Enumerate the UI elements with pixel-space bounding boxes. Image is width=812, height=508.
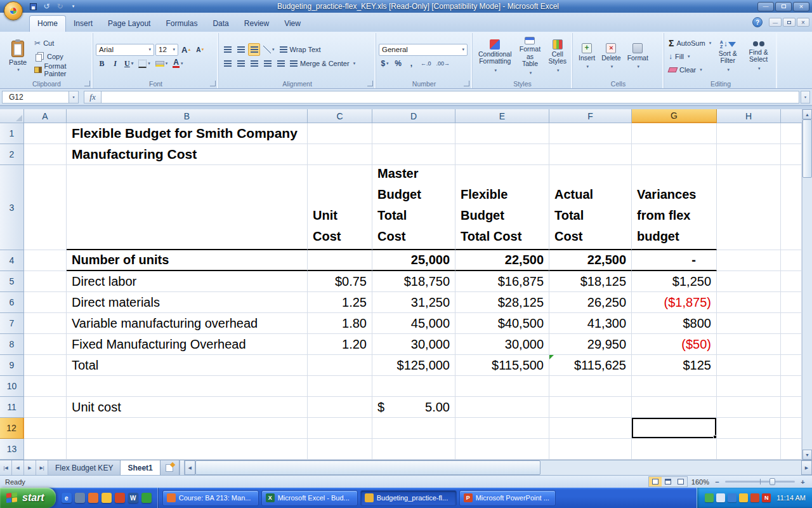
cell-B8[interactable]: Fixed Manufacturing Overhead	[67, 334, 308, 355]
font-dialog-launcher[interactable]	[210, 81, 216, 86]
select-all-button[interactable]	[0, 109, 24, 123]
copy-button[interactable]: Copy	[32, 51, 90, 63]
cell-G3[interactable]: Variancesfrom flexbudget	[632, 165, 717, 250]
row-header-9[interactable]: 9	[0, 355, 24, 376]
cell-H3[interactable]	[717, 165, 781, 250]
ribbon-tab-page-layout[interactable]: Page Layout	[100, 16, 158, 32]
cell-F11[interactable]	[549, 397, 632, 418]
cell-F2[interactable]	[549, 144, 632, 165]
cell-H5[interactable]	[717, 271, 781, 292]
cell-D3[interactable]: MasterBudgetTotalCost	[372, 165, 455, 250]
network-icon[interactable]	[728, 493, 737, 502]
row-header-11[interactable]: 11	[0, 397, 24, 418]
cell-H12[interactable]	[717, 418, 781, 439]
sheet-tab-flex-budget-key[interactable]: Flex Budget KEY	[48, 460, 121, 475]
cell-H7[interactable]	[717, 313, 781, 334]
cell-C6[interactable]: 1.25	[308, 292, 372, 313]
office-button[interactable]	[4, 1, 23, 20]
cell-C10[interactable]	[308, 376, 372, 397]
find-select-button[interactable]: Find & Select ▾	[742, 37, 775, 76]
name-box[interactable]: G12	[2, 91, 69, 104]
cell-E12[interactable]	[455, 418, 549, 439]
page-break-view-button[interactable]	[674, 477, 687, 486]
undo-button[interactable]: ↺	[41, 1, 52, 11]
cell-B12[interactable]	[67, 418, 308, 439]
help-button[interactable]: ?	[752, 17, 763, 27]
close-button[interactable]: ×	[793, 2, 809, 11]
cell-B13[interactable]	[67, 439, 308, 460]
orientation-button[interactable]: ▾	[261, 43, 277, 56]
align-right-button[interactable]	[248, 57, 260, 70]
next-sheet-button[interactable]: ▶	[24, 460, 36, 475]
borders-button[interactable]: ▾	[136, 57, 152, 70]
previous-sheet-button[interactable]: ◀	[12, 460, 24, 475]
alignment-dialog-launcher[interactable]	[367, 81, 373, 86]
cell-A4[interactable]	[24, 250, 67, 271]
cell-A6[interactable]	[24, 292, 67, 313]
cell-B6[interactable]: Direct materials	[67, 292, 308, 313]
cell-G11[interactable]	[632, 397, 717, 418]
scroll-down-button[interactable]: ▼	[802, 450, 812, 460]
formula-input[interactable]	[102, 91, 799, 104]
top-align-button[interactable]	[221, 43, 233, 56]
cell-E1[interactable]	[455, 123, 549, 144]
cell-F10[interactable]	[549, 376, 632, 397]
workbook-close-button[interactable]: ×	[797, 18, 809, 27]
cell-styles-button[interactable]: Cell Styles ▾	[545, 37, 570, 76]
column-header-F[interactable]: F	[549, 109, 632, 123]
cell-A3[interactable]	[24, 165, 67, 250]
cell-D6[interactable]: 31,250	[372, 292, 455, 313]
vertical-scroll-track[interactable]	[802, 178, 812, 450]
cell-G6[interactable]: ($1,875)	[632, 292, 717, 313]
taskbar-window-course-ba-213-man[interactable]: Course: BA 213: Man...	[162, 490, 259, 506]
row-header-10[interactable]: 10	[0, 376, 24, 397]
cell-B7[interactable]: Variable manufacturing overhead	[67, 313, 308, 334]
fill-color-button[interactable]: ▾	[154, 57, 170, 70]
customize-qat-button[interactable]: ▾	[68, 1, 79, 11]
minimize-button[interactable]: —	[757, 2, 774, 11]
messenger-icon[interactable]	[141, 493, 152, 503]
cell-D9[interactable]: $125,000	[372, 355, 455, 376]
cell-B11[interactable]: Unit cost	[67, 397, 308, 418]
workbook-restore-button[interactable]	[783, 18, 796, 27]
cell-F5[interactable]: $18,125	[549, 271, 632, 292]
row-header-3[interactable]: 3	[0, 165, 24, 250]
normal-view-button[interactable]	[649, 477, 662, 486]
merge-center-button[interactable]: Merge & Center ▾	[288, 58, 357, 70]
zoom-slider[interactable]	[725, 481, 795, 483]
cell-H9[interactable]	[717, 355, 781, 376]
cell-C11[interactable]	[308, 397, 372, 418]
cut-button[interactable]: ✂ Cut	[32, 37, 90, 50]
cell-E7[interactable]: $40,500	[455, 313, 549, 334]
cell-F4[interactable]: 22,500	[549, 250, 632, 271]
cell-C8[interactable]: 1.20	[308, 334, 372, 355]
increase-decimal-button[interactable]: ←.0	[419, 57, 433, 70]
cell-F12[interactable]	[549, 418, 632, 439]
cell-G12[interactable]	[632, 418, 717, 439]
scroll-up-button[interactable]: ▲	[802, 109, 812, 119]
align-left-button[interactable]	[221, 57, 233, 70]
ribbon-tab-view[interactable]: View	[277, 16, 308, 32]
column-header-A[interactable]: A	[24, 109, 67, 123]
cell-E5[interactable]: $16,875	[455, 271, 549, 292]
insert-worksheet-tab[interactable]	[160, 460, 180, 475]
cell-H6[interactable]	[717, 292, 781, 313]
cell-A5[interactable]	[24, 271, 67, 292]
redo-button[interactable]: ↻	[55, 1, 65, 11]
cell-H13[interactable]	[717, 439, 781, 460]
column-header-C[interactable]: C	[308, 109, 372, 123]
formula-bar-expand-button[interactable]: ▾	[801, 91, 810, 104]
cell-B10[interactable]	[67, 376, 308, 397]
cell-G10[interactable]	[632, 376, 717, 397]
zoom-in-button[interactable]: +	[799, 478, 807, 486]
cell-A1[interactable]	[24, 123, 67, 144]
cell-C2[interactable]	[308, 144, 372, 165]
cell-E10[interactable]	[455, 376, 549, 397]
delete-cells-button[interactable]: × Delete ▾	[598, 37, 624, 76]
cell-B9[interactable]: Total	[67, 355, 308, 376]
cell-C9[interactable]	[308, 355, 372, 376]
increase-indent-button[interactable]	[275, 57, 287, 70]
cell-D1[interactable]	[372, 123, 455, 144]
cell-H8[interactable]	[717, 334, 781, 355]
cell-E3[interactable]: FlexibleBudgetTotal Cost	[455, 165, 549, 250]
